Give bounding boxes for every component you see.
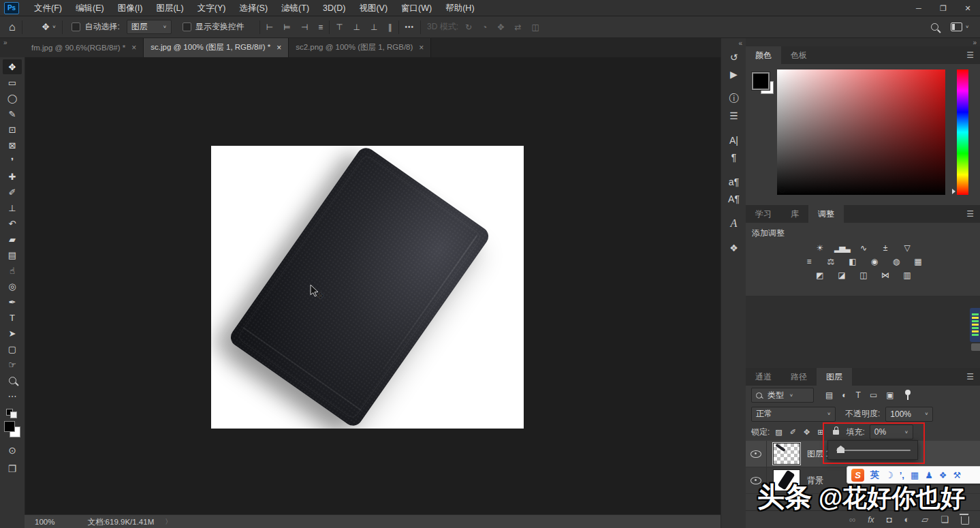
dodge-tool[interactable]: ◎ — [3, 279, 22, 294]
tab-color[interactable]: 颜色 — [746, 46, 781, 64]
fill-slider-thumb[interactable] — [837, 446, 844, 453]
menu-view[interactable]: 视图(V) — [352, 1, 394, 16]
quick-mask-icon[interactable]: ⊙ — [8, 445, 16, 456]
opacity-dropdown[interactable]: 100% ∨ — [885, 407, 933, 422]
auto-select-target-dropdown[interactable]: 图层 ∨ — [127, 20, 172, 34]
invert-icon[interactable]: ◩ — [812, 270, 826, 280]
zoom-tool[interactable] — [3, 373, 22, 388]
align-left-icon[interactable]: ⊢ — [266, 22, 273, 32]
align-top-icon[interactable]: ⊤ — [336, 22, 343, 32]
menu-filter[interactable]: 滤镜(T) — [274, 1, 316, 16]
auto-select-checkbox[interactable]: 自动选择: — [72, 21, 119, 33]
align-bottom-icon[interactable]: ⊥ — [370, 22, 377, 32]
default-colors-icon[interactable] — [6, 409, 18, 418]
checkbox-icon[interactable] — [183, 22, 191, 31]
eyedropper-tool[interactable]: ❜ — [3, 153, 22, 168]
hue-saturation-icon[interactable]: ≡ — [802, 257, 815, 266]
filter-type-dropdown[interactable]: 类型 ∨ — [751, 388, 814, 403]
black-white-icon[interactable]: ◧ — [845, 257, 859, 266]
menu-edit[interactable]: 编辑(E) — [69, 1, 111, 16]
hand-tool[interactable]: ☞ — [3, 357, 22, 372]
history-brush-tool[interactable]: ↶ — [3, 216, 22, 231]
document-image[interactable]: ✥ — [211, 146, 524, 429]
color-field-cursor[interactable] — [779, 187, 785, 193]
actions-panel-icon[interactable]: ▶ — [724, 65, 744, 82]
checkbox-icon[interactable] — [72, 22, 80, 31]
channel-mixer-icon[interactable]: ◍ — [889, 257, 902, 266]
panel-menu-icon[interactable]: ☰ — [966, 368, 974, 386]
hue-slider[interactable] — [957, 69, 968, 195]
clone-stamp-tool[interactable]: ⊥ — [3, 200, 22, 215]
panel-menu-icon[interactable]: ☰ — [966, 46, 974, 64]
restore-button[interactable]: ❐ — [931, 1, 955, 16]
lock-transparent-pixels-icon[interactable]: ▨ — [775, 428, 782, 437]
menu-select[interactable]: 选择(S) — [232, 1, 274, 16]
tab-close-icon[interactable]: × — [131, 43, 136, 52]
paragraph-panel-icon[interactable]: ¶ — [724, 149, 744, 166]
tab-swatches[interactable]: 色板 — [781, 46, 817, 64]
frame-tool[interactable]: ⊠ — [3, 138, 22, 153]
menu-3d[interactable]: 3D(D) — [316, 1, 352, 16]
gradient-map-icon[interactable]: ▥ — [900, 270, 913, 280]
type-layer-filter-icon[interactable]: T — [856, 390, 861, 400]
curves-icon[interactable]: ∿ — [856, 243, 870, 253]
crop-tool[interactable]: ⊡ — [3, 122, 22, 137]
align-center-horizontal-icon[interactable]: ⊨ — [283, 22, 290, 32]
fill-slider-popup[interactable] — [827, 440, 918, 460]
zoom-level-field[interactable]: 100% — [35, 518, 54, 526]
toolbar-collapse-icon[interactable]: » — [3, 39, 7, 46]
paragraph-styles-panel-icon[interactable]: A¶ — [724, 190, 744, 207]
canvas-area[interactable]: ✥ — [25, 57, 721, 514]
shape-layer-filter-icon[interactable]: ▭ — [870, 390, 877, 400]
path-selection-tool[interactable]: ➤ — [3, 326, 22, 341]
document-tab[interactable]: sc.jpg @ 100% (图层 1, RGB/8#) *× — [144, 37, 289, 57]
new-layer-icon[interactable]: ❏ — [941, 514, 949, 525]
adjustment-layer-filter-icon[interactable]: ◐ — [842, 390, 847, 400]
photo-filter-icon[interactable]: ◉ — [867, 257, 881, 266]
menu-window[interactable]: 窗口(W) — [394, 1, 439, 16]
document-tab[interactable]: fm.jpg @ 90.6%(RGB/8#) *× — [25, 37, 144, 57]
saturation-brightness-field[interactable] — [777, 69, 945, 195]
layer-name[interactable]: 图层 1 — [807, 448, 830, 460]
rectangular-marquee-tool[interactable]: ▭ — [3, 75, 22, 90]
fill-dropdown[interactable]: 0% ∨ — [870, 424, 913, 439]
posterize-icon[interactable]: ◪ — [834, 270, 848, 280]
type-tool[interactable]: T — [3, 310, 22, 325]
tab-paths[interactable]: 路径 — [781, 368, 817, 386]
status-expand-icon[interactable]: 〉 — [165, 517, 172, 527]
menu-type[interactable]: 文字(Y) — [191, 1, 233, 16]
panel-color-swatches[interactable] — [752, 72, 776, 97]
pen-tool[interactable]: ✒ — [3, 294, 22, 309]
blend-mode-dropdown[interactable]: 正常 ∨ — [751, 407, 836, 422]
shape-tool[interactable]: ▢ — [3, 341, 22, 356]
history-panel-icon[interactable]: ↺ — [724, 48, 744, 65]
close-button[interactable]: ✕ — [955, 1, 980, 16]
link-layers-icon[interactable]: ∞ — [849, 514, 855, 525]
adjustment-layer-icon[interactable]: ◐ — [904, 514, 909, 525]
threshold-icon[interactable]: ◫ — [856, 270, 870, 280]
search-icon[interactable] — [931, 23, 938, 31]
fill-slider-track[interactable] — [836, 450, 911, 451]
align-middle-icon[interactable]: ⊥ — [353, 22, 360, 32]
home-icon[interactable]: ⌂ — [9, 21, 16, 33]
color-swatches[interactable] — [4, 421, 20, 437]
layer-mask-icon[interactable]: ◘ — [887, 514, 892, 525]
smart-object-filter-icon[interactable]: ▣ — [886, 390, 894, 400]
eraser-tool[interactable]: ▰ — [3, 232, 22, 247]
delete-layer-icon[interactable] — [961, 516, 969, 525]
smudge-tool[interactable]: ☝ — [3, 263, 22, 278]
tab-close-icon[interactable]: × — [276, 43, 281, 52]
minimize-button[interactable]: ─ — [906, 1, 931, 16]
current-tool-icon[interactable]: ✥ ∨ — [42, 22, 57, 32]
menu-help[interactable]: 帮助(H) — [439, 1, 481, 16]
color-balance-icon[interactable]: ⚖ — [823, 257, 837, 266]
levels-icon[interactable]: ▂▅▃ — [834, 243, 848, 253]
info-panel-icon[interactable]: ⓘ — [724, 90, 744, 107]
share-panel-icon[interactable]: ❖ — [724, 239, 744, 256]
lock-all-icon[interactable] — [833, 430, 839, 435]
layer-thumbnail[interactable] — [773, 443, 800, 465]
align-right-icon[interactable]: ⊣ — [301, 22, 308, 32]
pixel-layer-filter-icon[interactable]: ▤ — [825, 390, 833, 400]
screen-mode-icon[interactable]: ❐ — [8, 463, 17, 474]
lasso-tool[interactable]: ◯ — [3, 91, 22, 106]
